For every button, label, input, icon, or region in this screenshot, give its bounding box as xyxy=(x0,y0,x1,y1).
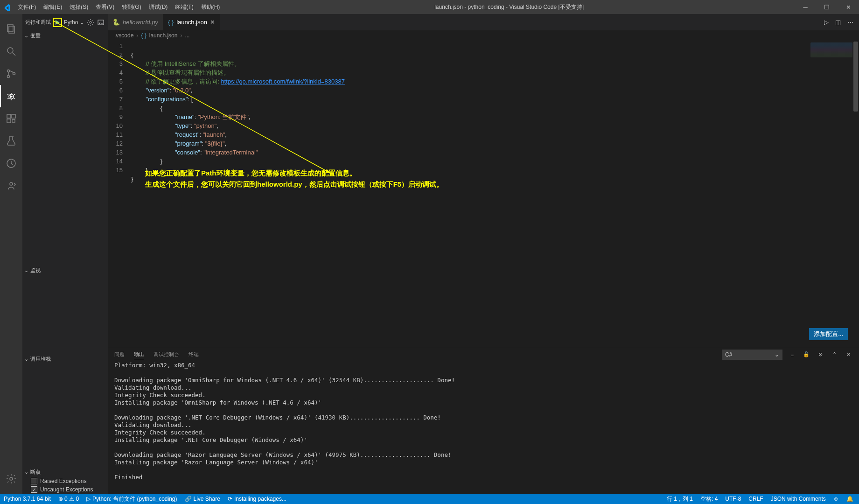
tab-helloworld[interactable]: 🐍 helloworld.py xyxy=(108,14,163,30)
menu-selection[interactable]: 选择(S) xyxy=(66,0,92,14)
breakpoint-uncaught[interactable]: ✓Uncaught Exceptions xyxy=(22,485,108,494)
status-language[interactable]: JSON with Comments xyxy=(767,494,830,504)
status-debug-config[interactable]: ▷ Python: 当前文件 (python_coding) xyxy=(83,494,181,504)
activity-liveshare-icon[interactable] xyxy=(0,175,22,197)
close-tab-icon[interactable]: ✕ xyxy=(210,19,215,26)
svg-point-2 xyxy=(7,48,13,53)
svg-point-15 xyxy=(10,477,13,480)
checkbox-unchecked-icon[interactable] xyxy=(31,478,37,484)
annotation-overlay: 如果您正确配置了Path环境变量，您无需修改模板生成的配置信息。 生成这个文件后… xyxy=(145,168,443,190)
output-content[interactable]: Platform: win32, x86_64 Downloading pack… xyxy=(108,362,859,494)
chevron-down-icon: ⌄ xyxy=(24,33,28,39)
svg-line-3 xyxy=(13,53,15,56)
start-debug-button[interactable] xyxy=(53,18,62,27)
window-title: launch.json - python_coding - Visual Stu… xyxy=(223,3,795,11)
menu-help[interactable]: 帮助(H) xyxy=(197,0,224,14)
chevron-down-icon: ⌄ xyxy=(775,351,779,358)
status-problems[interactable]: ⊗ 0 ⚠ 0 xyxy=(55,494,83,504)
svg-point-5 xyxy=(7,76,10,78)
vscode-logo-icon xyxy=(0,0,14,14)
chevron-down-icon: ⌄ xyxy=(24,356,28,362)
section-breakpoints[interactable]: ⌄断点 xyxy=(22,467,108,477)
chevron-right-icon: › xyxy=(180,32,182,39)
menu-terminal[interactable]: 终端(T) xyxy=(171,0,197,14)
panel-clear-icon[interactable]: ⊘ xyxy=(816,350,824,359)
panel-tab-debug-console[interactable]: 调试控制台 xyxy=(154,349,179,360)
activity-debug-icon[interactable] xyxy=(0,85,22,107)
activity-testing-icon[interactable] xyxy=(0,130,22,152)
menu-view[interactable]: 查看(V) xyxy=(92,0,118,14)
panel-tab-output[interactable]: 输出 xyxy=(134,349,144,360)
add-configuration-button[interactable]: 添加配置... xyxy=(809,328,848,340)
svg-rect-18 xyxy=(98,20,104,25)
section-watch[interactable]: ⌄监视 xyxy=(22,265,108,275)
panel-collapse-icon[interactable]: ⌃ xyxy=(830,350,838,359)
menu-file[interactable]: 文件(F) xyxy=(14,0,40,14)
chevron-down-icon: ⌄ xyxy=(24,267,28,273)
status-indent[interactable]: 空格: 4 xyxy=(697,494,721,504)
tab-launch-json[interactable]: { } launch.json ✕ xyxy=(163,14,220,30)
svg-rect-10 xyxy=(12,114,15,118)
menu-edit[interactable]: 编辑(E) xyxy=(40,0,66,14)
chevron-right-icon: › xyxy=(136,32,138,39)
status-bell-icon[interactable]: 🔔 xyxy=(843,494,857,504)
output-channel-selector[interactable]: C#⌄ xyxy=(722,350,782,360)
menu-go[interactable]: 转到(G) xyxy=(118,0,145,14)
activity-explorer-icon[interactable] xyxy=(0,18,22,40)
minimap[interactable] xyxy=(810,42,852,57)
window-close-button[interactable]: ✕ xyxy=(838,0,859,14)
chevron-down-icon: ⌄ xyxy=(80,19,84,26)
svg-rect-11 xyxy=(7,119,11,123)
line-numbers: 123456789101112131415 xyxy=(108,41,131,347)
debug-config-name: Pytho xyxy=(64,19,78,26)
run-icon[interactable]: ▷ xyxy=(824,19,829,26)
activity-clock-icon[interactable] xyxy=(0,152,22,175)
panel-close-icon[interactable]: ✕ xyxy=(844,350,852,359)
activity-search-icon[interactable] xyxy=(0,40,22,63)
activity-settings-icon[interactable] xyxy=(0,468,22,490)
chevron-down-icon: ⌄ xyxy=(24,469,28,475)
status-installing[interactable]: ⟳ Installing packages... xyxy=(224,494,290,504)
svg-point-17 xyxy=(90,21,91,23)
status-liveshare[interactable]: 🔗 Live Share xyxy=(181,494,224,504)
svg-marker-8 xyxy=(10,96,12,98)
status-eol[interactable]: CRLF xyxy=(745,494,767,504)
activity-scm-icon[interactable] xyxy=(0,63,22,85)
svg-rect-9 xyxy=(7,114,11,118)
menu-debug[interactable]: 调试(D) xyxy=(145,0,172,14)
panel-lock-icon[interactable]: 🔓 xyxy=(802,350,810,359)
debug-console-icon[interactable] xyxy=(97,18,105,27)
panel-tab-terminal[interactable]: 终端 xyxy=(189,349,199,360)
split-editor-icon[interactable]: ◫ xyxy=(835,19,841,26)
svg-marker-16 xyxy=(56,20,60,25)
run-debug-label: 运行和调试 xyxy=(25,19,51,26)
debug-settings-icon[interactable] xyxy=(86,18,95,27)
status-feedback-icon[interactable]: ☺ xyxy=(830,494,843,504)
checkbox-checked-icon[interactable]: ✓ xyxy=(31,486,37,493)
activity-extensions-icon[interactable] xyxy=(0,107,22,130)
status-encoding[interactable]: UTF-8 xyxy=(721,494,745,504)
json-file-icon: { } xyxy=(168,19,174,26)
debug-config-selector[interactable]: Pytho ⌄ xyxy=(64,19,85,26)
section-callstack[interactable]: ⌄调用堆栈 xyxy=(22,354,108,364)
menu-bar: 文件(F) 编辑(E) 选择(S) 查看(V) 转到(G) 调试(D) 终端(T… xyxy=(14,0,223,14)
code-editor[interactable]: { // 使用 IntelliSense 了解相关属性。 // 悬停以查看现有属… xyxy=(131,41,859,347)
python-file-icon: 🐍 xyxy=(112,19,120,26)
status-python[interactable]: Python 3.7.1 64-bit xyxy=(0,494,55,504)
window-minimize-button[interactable]: ─ xyxy=(795,0,816,14)
svg-point-6 xyxy=(13,73,15,75)
status-line-col[interactable]: 行 1，列 1 xyxy=(663,494,697,504)
json-file-icon: { } xyxy=(141,32,146,39)
panel-list-icon[interactable]: ≡ xyxy=(788,350,796,359)
breadcrumb[interactable]: .vscode › { } launch.json › ... xyxy=(108,30,859,41)
more-actions-icon[interactable]: ⋯ xyxy=(847,19,853,26)
scrollbar-thumb[interactable] xyxy=(853,42,858,112)
breakpoint-raised[interactable]: Raised Exceptions xyxy=(22,477,108,485)
svg-point-14 xyxy=(10,182,13,185)
window-maximize-button[interactable]: ☐ xyxy=(816,0,838,14)
panel-tab-problems[interactable]: 问题 xyxy=(114,349,125,360)
section-variables[interactable]: ⌄变量 xyxy=(22,30,108,41)
svg-point-4 xyxy=(7,70,10,72)
svg-rect-12 xyxy=(12,119,15,122)
